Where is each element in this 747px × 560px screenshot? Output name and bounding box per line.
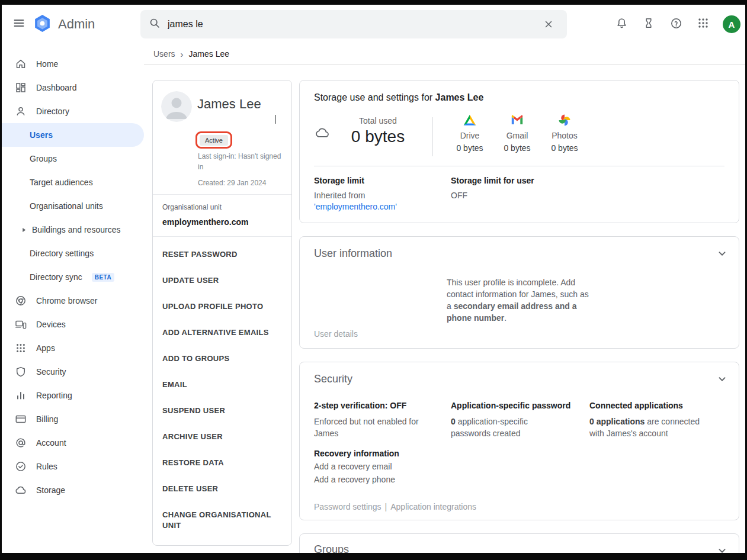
recovery-title: Recovery information (314, 449, 724, 458)
sidebar-item-directory-settings[interactable]: Directory settings (2, 242, 144, 265)
chevron-down-icon[interactable] (715, 543, 729, 553)
clear-search-button[interactable] (538, 14, 559, 34)
apps-launcher-button[interactable] (691, 12, 716, 37)
user-storage-limit-value: OFF (451, 191, 724, 200)
user-details-link[interactable]: User details (314, 329, 358, 339)
sidebar-item-reporting[interactable]: Reporting (2, 384, 144, 407)
breadcrumb-users-link[interactable]: Users (153, 49, 175, 59)
main-menu-button[interactable] (7, 12, 31, 37)
change-organisational-unit-button[interactable]: CHANGE ORGANISATIONAL UNIT (162, 502, 282, 539)
app-specific-password-block: Application-specific password 0 applicat… (451, 401, 589, 439)
sidebar-item-label: Security (36, 367, 66, 376)
drive-icon (463, 112, 477, 128)
divider (314, 166, 724, 166)
restore-data-button[interactable]: RESTORE DATA (162, 450, 282, 476)
total-used-value: 0 bytes (339, 127, 417, 146)
breadcrumb: Users › James Lee (144, 44, 745, 65)
search-input[interactable] (168, 19, 531, 30)
breadcrumb-separator-icon: › (181, 49, 184, 59)
rules-icon (15, 461, 27, 472)
sidebar-item-groups[interactable]: Groups (2, 147, 144, 170)
sidebar-item-directory[interactable]: Directory (2, 99, 144, 123)
security-footer-links: Password settings|Application integratio… (314, 502, 476, 511)
service-value: 0 bytes (541, 143, 588, 153)
admin-logo[interactable]: Admin (33, 14, 140, 36)
sidebar-item-label: Users (30, 130, 53, 140)
connected-applications-block: Connected applications 0 applications ar… (589, 401, 724, 439)
suspend-user-button[interactable]: SUSPEND USER (162, 398, 282, 424)
service-name: Drive (446, 131, 493, 140)
sidebar-item-chrome-browser[interactable]: Chrome browser (2, 289, 144, 313)
sidebar-item-users[interactable]: Users (2, 123, 144, 147)
sidebar-item-rules[interactable]: Rules (2, 455, 144, 478)
expand-caret-icon (21, 227, 27, 233)
gmail-storage: Gmail 0 bytes (493, 112, 541, 153)
user-actions-list: RESET PASSWORD UPDATE USER UPLOAD PROFIL… (153, 237, 291, 545)
sidebar-item-home[interactable]: Home (2, 52, 144, 76)
sidebar-item-label: Target audiences (30, 178, 93, 187)
add-recovery-email-link[interactable]: Add a recovery email (314, 462, 392, 471)
chevron-down-icon[interactable] (715, 372, 729, 386)
recovery-information-block: Recovery information Add a recovery emai… (314, 449, 724, 484)
sidebar-item-security[interactable]: Security (2, 360, 144, 384)
footer-separator: | (385, 502, 387, 511)
groups-card: Groups (299, 533, 739, 553)
sidebar-item-target-audiences[interactable]: Target audiences (2, 170, 144, 194)
application-integrations-link[interactable]: Application integrations (390, 502, 476, 511)
bell-icon (615, 17, 628, 32)
help-button[interactable] (663, 12, 688, 37)
account-avatar[interactable]: A (723, 15, 740, 33)
add-alternative-emails-button[interactable]: ADD ALTERNATIVE EMAILS (162, 320, 282, 346)
sidebar-item-account[interactable]: Account (2, 431, 144, 455)
two-step-text: Enforced but not enabled for James (314, 416, 451, 439)
sidebar-item-apps[interactable]: Apps (2, 336, 144, 360)
total-used-label: Total used (339, 116, 417, 125)
service-name: Photos (541, 131, 588, 140)
notifications-button[interactable] (609, 12, 634, 37)
cloud-icon (315, 125, 331, 143)
credit-card-icon (15, 413, 27, 425)
search-icon (149, 17, 161, 31)
two-step-verification-block: 2-step verification: OFF Enforced but no… (314, 401, 451, 439)
sidebar-item-dashboard[interactable]: Dashboard (2, 76, 144, 99)
devices-icon (15, 318, 27, 330)
sidebar-item-label: Storage (36, 485, 65, 495)
chrome-icon (15, 295, 27, 307)
chevron-down-icon[interactable] (715, 246, 729, 260)
sidebar-item-devices[interactable]: Devices (2, 313, 144, 336)
security-title: Security (314, 373, 724, 385)
storage-limit-block: Storage limit Inherited from 'employment… (314, 176, 451, 211)
sidebar-item-buildings-resources[interactable]: Buildings and resources (2, 218, 144, 242)
sidebar-item-organisational-units[interactable]: Organisational units (2, 194, 144, 218)
update-user-button[interactable]: UPDATE USER (162, 268, 282, 294)
storage-title-prefix: Storage use and settings for (314, 92, 435, 102)
delete-user-button[interactable]: DELETE USER (162, 476, 282, 502)
storage-card: Storage use and settings for James Lee T… (299, 80, 739, 223)
dashboard-icon (15, 82, 27, 94)
user-storage-limit-block: Storage limit for user OFF (451, 176, 724, 211)
bar-chart-icon (15, 390, 27, 401)
sidebar-item-billing[interactable]: Billing (2, 407, 144, 431)
archive-user-button[interactable]: ARCHIVE USER (162, 424, 282, 450)
pending-tasks-button[interactable] (636, 12, 661, 37)
connected-apps-title: Connected applications (589, 401, 724, 410)
sidebar-item-storage[interactable]: Storage (2, 478, 144, 502)
asp-text: 0 application-specific passwords created (451, 416, 589, 439)
sidebar-item-label: Directory sync (30, 272, 82, 282)
password-settings-link[interactable]: Password settings (314, 502, 381, 511)
sidebar-item-label: Organisational units (30, 201, 103, 211)
user-avatar (161, 91, 192, 122)
reset-password-button[interactable]: RESET PASSWORD (162, 242, 282, 268)
email-button[interactable]: EMAIL (162, 372, 282, 398)
groups-title: Groups (314, 543, 724, 553)
connected-apps-count: 0 applications (589, 417, 645, 426)
upload-profile-photo-button[interactable]: UPLOAD PROFILE PHOTO (162, 294, 282, 320)
photos-storage: Photos 0 bytes (541, 112, 588, 153)
add-recovery-phone-link[interactable]: Add a recovery phone (314, 475, 395, 484)
service-name: Gmail (493, 131, 541, 140)
topbar: Admin (2, 5, 745, 44)
org-unit-link[interactable]: 'employmenthero.com' (314, 202, 451, 211)
sidebar-item-directory-sync[interactable]: Directory sync BETA (2, 265, 144, 289)
message-bold: secondary email address and a phone numb… (447, 301, 576, 323)
add-to-groups-button[interactable]: ADD TO GROUPS (162, 346, 282, 372)
